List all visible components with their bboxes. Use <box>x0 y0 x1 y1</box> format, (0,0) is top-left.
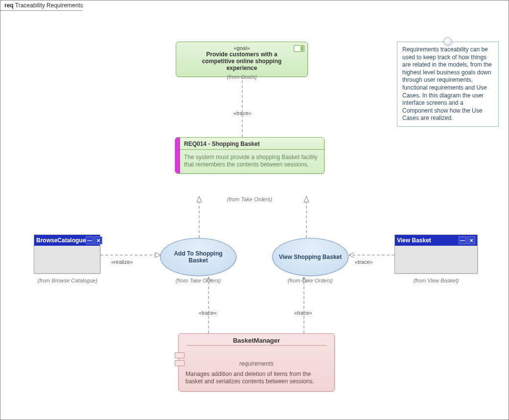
frame-title-tab: req Traceability Requirements <box>0 0 93 11</box>
minimize-icon: — <box>459 236 466 244</box>
screen-browse-from: (from Browse Catalogue) <box>26 278 109 283</box>
usecase-view-from: (from Take Orders) <box>272 278 348 283</box>
close-icon: ✕ <box>467 236 475 244</box>
goal-from: (from Goals) <box>176 74 308 80</box>
usecase-add-from: (from Take Orders) <box>160 278 236 283</box>
goal-title: Provide customers with a competitive onl… <box>190 51 294 71</box>
minimize-icon: — <box>86 236 93 244</box>
pin-icon <box>443 37 452 46</box>
component-text: Manages addition and deletion of items f… <box>179 369 334 391</box>
requirement-node[interactable]: REQ014 - Shopping Basket The system must… <box>175 137 324 174</box>
component-section: requirements <box>186 345 326 369</box>
note-box[interactable]: Requirements traceability can be used to… <box>397 42 499 127</box>
component-title: BasketManager <box>179 334 334 345</box>
realize-label-browse: «realize» <box>111 259 133 265</box>
usecase-add-label: Add To Shopping Basket <box>166 250 230 264</box>
component-basketmanager[interactable]: BasketManager requirements Manages addit… <box>178 333 335 392</box>
screen-browse-body <box>34 246 100 273</box>
frame-prefix: req <box>4 2 14 9</box>
screen-viewbasket-from: (from View Basket) <box>394 278 478 283</box>
screen-view-basket[interactable]: View Basket — ✕ <box>394 234 478 274</box>
close-icon: ✕ <box>94 236 102 244</box>
screen-browse-title: BrowseCatalogue <box>36 237 86 244</box>
screen-viewbasket-title: View Basket <box>397 237 431 244</box>
screen-viewbasket-titlebar: View Basket — ✕ <box>395 235 477 246</box>
frame-title: Traceability Requirements <box>15 2 83 9</box>
component-icon <box>175 352 185 368</box>
requirement-stripe <box>175 138 180 173</box>
note-text: Requirements traceability can be used to… <box>402 46 492 121</box>
goal-node[interactable]: «goal» Provide customers with a competit… <box>176 42 308 77</box>
usecase-view-label: View Shopping Basket <box>279 254 342 260</box>
trace-label-bm-add: «trace» <box>199 310 217 316</box>
goal-badge-icon <box>294 45 304 52</box>
trace-label-viewbasket: «trace» <box>355 259 373 265</box>
requirement-text: The system must provide a shopping Baske… <box>175 150 324 173</box>
screen-browse-titlebar: BrowseCatalogue — ✕ <box>34 235 100 246</box>
screen-browse-catalogue[interactable]: BrowseCatalogue — ✕ <box>34 234 100 274</box>
screen-viewbasket-body <box>395 246 477 273</box>
trace-label-bm-view: «trace» <box>294 310 312 316</box>
usecase-view-basket[interactable]: View Shopping Basket <box>272 238 348 276</box>
usecase-add-basket[interactable]: Add To Shopping Basket <box>160 238 236 276</box>
requirement-title: REQ014 - Shopping Basket <box>175 138 324 150</box>
trace-label-goal: «trace» <box>233 110 252 116</box>
goal-stereotype: «goal» <box>190 45 294 51</box>
diagram-frame: req Traceability Requirements «goal» <box>0 0 509 420</box>
requirement-from: (from Take Orders) <box>175 196 324 202</box>
